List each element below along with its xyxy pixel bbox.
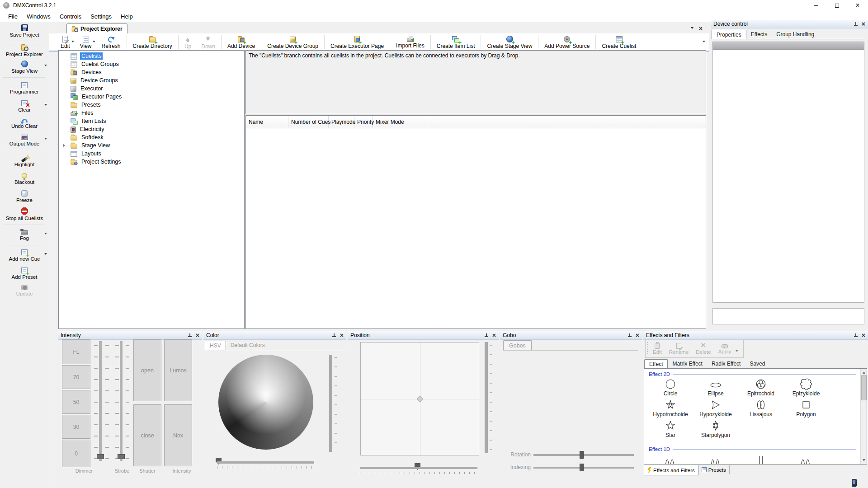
shutter-close-button[interactable]: close (133, 404, 161, 466)
tree-item-item-lists[interactable]: Item Lists (59, 117, 244, 125)
sidebar-item-blackout[interactable]: Blackout (0, 173, 49, 185)
hue-slider[interactable] (217, 461, 314, 464)
tree-item-cuelists[interactable]: Cuelists (59, 52, 244, 60)
pan-slider[interactable] (360, 467, 477, 469)
effects-scrollbar[interactable] (860, 369, 867, 464)
column-header-priority[interactable]: Priority (354, 116, 373, 128)
toolbar-add-power-source-button[interactable]: Add Power Source (539, 33, 594, 51)
pin-icon[interactable] (332, 333, 336, 338)
tree-item-device-groups[interactable]: Device Groups (59, 76, 244, 84)
toolbar-create-executor-page-button[interactable]: Create Executor Page (326, 33, 389, 51)
effect-item-1d-wave[interactable] (783, 453, 829, 465)
toolbar-create-device-group-button[interactable]: Create Device Group (262, 33, 323, 51)
tab-hsv[interactable]: HSV (205, 341, 226, 350)
tree-item-executor[interactable]: Executor (59, 84, 244, 93)
pin-icon[interactable] (854, 333, 858, 338)
pin-icon[interactable] (627, 333, 632, 338)
tab-properties[interactable]: Properties (712, 30, 746, 39)
chevron-down-icon[interactable] (44, 138, 47, 141)
rotation-slider-knob[interactable] (580, 451, 584, 459)
tree-item-project-settings[interactable]: Project Settings (59, 158, 244, 166)
expander-triangle-icon[interactable] (63, 144, 67, 147)
chevron-down-icon[interactable] (71, 41, 74, 44)
tree-item-files[interactable]: Files (59, 109, 244, 117)
hsv-color-wheel[interactable] (218, 355, 313, 450)
sidebar-item-fog[interactable]: Fog (0, 229, 49, 241)
shutter-open-button[interactable]: open (133, 339, 161, 401)
toolbar-create-directory-button[interactable]: Create Directory (128, 33, 177, 51)
lamp-lumos-button[interactable]: Lumos (164, 339, 192, 401)
tree-item-cuelist-groups[interactable]: Cuelist Groups (59, 60, 244, 68)
effect-item-epizykloide[interactable]: Epizykloide (783, 378, 829, 397)
scroll-up-icon[interactable] (861, 369, 867, 375)
pin-icon[interactable] (188, 333, 192, 338)
menu-controls[interactable]: Controls (55, 13, 86, 20)
chevron-down-icon[interactable] (44, 233, 47, 236)
value-slider[interactable] (329, 355, 332, 452)
tab-saved[interactable]: Saved (745, 359, 769, 368)
tree-item-electricity[interactable]: Electricity (59, 125, 244, 133)
tree-item-layouts[interactable]: Layouts (59, 150, 244, 158)
panel-close-icon[interactable]: × (862, 333, 865, 338)
intensity-scale-50-button[interactable]: 50 (62, 390, 90, 414)
panel-close-icon[interactable]: × (862, 22, 865, 26)
sidebar-item-highlight[interactable]: Highlight (0, 155, 49, 167)
intensity-scale-70-button[interactable]: 70 (62, 365, 90, 389)
column-header-name[interactable]: Name (246, 116, 288, 128)
panel-close-icon[interactable]: × (340, 333, 344, 338)
panel-menu-chevron-icon[interactable] (691, 27, 693, 30)
sidebar-item-save-project[interactable]: Save Project (0, 24, 49, 38)
toolbar-add-device-button[interactable]: Add Device (222, 33, 260, 51)
tree-item-executor-pages[interactable]: Executor Pages (59, 93, 244, 101)
effect-item-hypozykloide[interactable]: Hypozykloide (693, 399, 738, 418)
tab-default-colors[interactable]: Default Colors (226, 340, 269, 350)
effect-item-ellipse[interactable]: Ellipse (693, 378, 738, 397)
tab-presets[interactable]: Presets (698, 465, 730, 474)
column-header-playmode[interactable]: Playmode (329, 116, 354, 128)
toolbar-edit-button[interactable]: Edit (56, 33, 75, 51)
effect-item-star[interactable]: Star (648, 420, 693, 438)
panel-close-icon[interactable]: × (196, 333, 199, 338)
sidebar-item-freeze[interactable]: Freeze (0, 190, 49, 203)
intensity-scale-fl-button[interactable]: FL (62, 339, 90, 364)
menu-help[interactable]: Help (116, 13, 137, 20)
chevron-down-icon[interactable] (44, 65, 47, 68)
minimize-button[interactable] (806, 0, 826, 11)
tab-group-handling[interactable]: Group Handling (772, 29, 819, 39)
pin-icon[interactable] (854, 22, 858, 26)
tab-radix-effect[interactable]: Radix Effect (707, 359, 745, 368)
tray-device-icon[interactable] (852, 479, 857, 487)
close-button[interactable]: × (847, 0, 868, 11)
tilt-slider[interactable] (485, 342, 488, 453)
sidebar-item-stop-all-cuelists[interactable]: Stop all Cuelists (0, 207, 49, 221)
effect-item-starpolygon[interactable]: Starpolygon (693, 420, 738, 438)
dimmer-fader-knob[interactable] (97, 454, 104, 459)
menu-file[interactable]: File (4, 13, 22, 20)
indexing-slider[interactable] (533, 467, 634, 469)
scrollbar-thumb[interactable] (861, 375, 867, 400)
tab-matrix-effect[interactable]: Matrix Effect (668, 359, 707, 368)
scroll-down-icon[interactable] (861, 458, 867, 464)
effect-item-1d-lines[interactable] (738, 453, 783, 465)
effect-item-lissajous[interactable]: Lissajous (738, 399, 783, 418)
lamp-nox-button[interactable]: Nox (164, 404, 192, 466)
effect-item-hypotrochoide[interactable]: Hypotrochoide (648, 399, 693, 418)
pan-tilt-grid[interactable] (360, 342, 479, 455)
menu-windows[interactable]: Windows (22, 13, 55, 20)
chevron-down-icon[interactable] (44, 253, 47, 256)
tree-item-presets[interactable]: Presets (59, 101, 244, 109)
strobe-fader[interactable] (120, 341, 123, 461)
sidebar-item-project-explorer[interactable]: Project Explorer (0, 44, 49, 57)
effect-item-polygon[interactable]: Polygon (783, 399, 829, 418)
tab-effect[interactable]: Effect (644, 359, 668, 369)
tree-item-stage-view[interactable]: Stage View (59, 141, 244, 150)
maximize-button[interactable] (826, 0, 847, 11)
sidebar-item-add-new-cue[interactable]: Add new Cue (0, 249, 49, 262)
effect-item-circle[interactable]: Circle (648, 378, 693, 397)
tab-effects[interactable]: Effects (746, 29, 772, 39)
pin-icon[interactable] (484, 333, 488, 338)
menu-settings[interactable]: Settings (86, 13, 116, 20)
toolbar-overflow-chevron-icon[interactable] (703, 41, 705, 44)
toolbar-create-item-list-button[interactable]: Create Item List (432, 33, 480, 51)
sidebar-item-add-preset[interactable]: Add Preset (0, 267, 49, 280)
